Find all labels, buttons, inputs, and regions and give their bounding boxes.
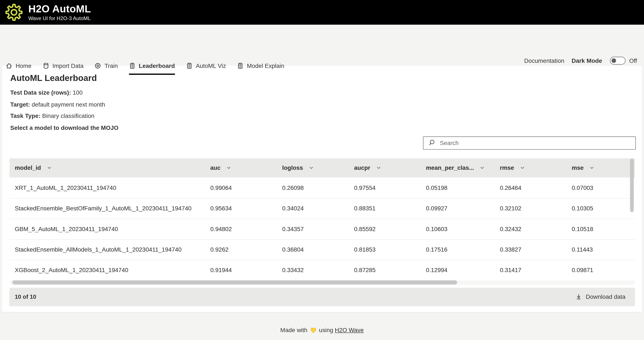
tab-train[interactable]: Train [95, 63, 118, 75]
tab-leaderboard[interactable]: Leaderboard [129, 63, 175, 75]
column-header-auc[interactable]: auc [210, 164, 282, 171]
search-box[interactable] [423, 136, 636, 150]
chevron-down-icon [376, 165, 381, 170]
cell-model_id: StackedEnsemble_AllModels_1_AutoML_1_202… [10, 246, 210, 253]
cell-auc: 0.94802 [210, 226, 282, 232]
table-row[interactable]: XGBoost_2_AutoML_1_20230411_1947400.9194… [10, 259, 635, 280]
column-header-logloss[interactable]: logloss [282, 164, 354, 171]
cell-mse: 0.10518 [572, 226, 628, 232]
cell-mean_per_clas: 0.10603 [426, 226, 500, 232]
table-horizontal-scrollbar-track[interactable] [10, 280, 635, 285]
cell-logloss: 0.26098 [282, 184, 354, 191]
tab-label: Import Data [52, 63, 84, 69]
cell-aucpr: 0.81853 [354, 246, 426, 253]
cell-model_id: GBM_5_AutoML_1_20230411_194740 [10, 226, 210, 232]
h2o-wave-link[interactable]: H2O Wave [335, 326, 364, 333]
tab-label: Leaderboard [139, 63, 175, 69]
cell-mse: 0.09871 [572, 267, 628, 273]
cell-logloss: 0.33432 [282, 267, 354, 273]
cell-model_id: StackedEnsemble_BestOfFamily_1_AutoML_1_… [10, 205, 210, 212]
dark-mode-state: Off [629, 58, 637, 64]
table-row[interactable]: XRT_1_AutoML_1_20230411_1947400.990640.2… [10, 177, 635, 198]
toggle-knob-icon [612, 58, 616, 63]
tab-label: Model Explain [247, 63, 284, 69]
tab-home[interactable]: Home [6, 63, 32, 75]
clipboard-icon [237, 63, 244, 69]
cell-rmse: 0.26464 [500, 184, 572, 191]
nav-tabs: HomeImport DataTrainLeaderboardAutoML Vi… [6, 63, 284, 75]
cell-auc: 0.9262 [210, 246, 282, 253]
cell-auc: 0.95634 [210, 205, 282, 212]
leaderboard-card: AutoML Leaderboard Test Data size (rows)… [2, 66, 642, 312]
documentation-link[interactable]: Documentation [524, 58, 564, 64]
table-horizontal-scrollbar-thumb[interactable] [12, 280, 457, 284]
tab-label: AutoML Viz [196, 63, 226, 69]
cell-model_id: XGBoost_2_AutoML_1_20230411_194740 [10, 267, 210, 273]
cell-mse: 0.10305 [572, 205, 628, 212]
column-header-mean_per_clas[interactable]: mean_per_clas... [426, 164, 500, 171]
dark-mode-toggle[interactable] [610, 57, 626, 65]
yellow-heart-icon [310, 327, 316, 333]
target-icon [95, 63, 101, 69]
clipboard-icon [129, 63, 136, 69]
info-test-data-size: Test Data size (rows): 100 [10, 90, 636, 96]
cell-rmse: 0.33827 [500, 246, 572, 253]
download-data-button[interactable]: Download data [576, 293, 626, 300]
footer-text-using: using [319, 326, 333, 333]
cell-mean_per_clas: 0.05198 [426, 184, 500, 191]
chevron-down-icon [309, 165, 314, 170]
cell-mse: 0.11443 [572, 246, 628, 253]
search-row [8, 136, 636, 150]
cell-auc: 0.91944 [210, 267, 282, 273]
chevron-down-icon [480, 165, 484, 170]
column-header-aucpr[interactable]: aucpr [354, 164, 426, 171]
chevron-down-icon [226, 165, 231, 170]
column-label: logloss [282, 164, 303, 171]
table-vertical-scrollbar[interactable] [630, 158, 634, 212]
cell-logloss: 0.34024 [282, 205, 354, 212]
tab-label: Train [104, 63, 118, 69]
tab-import-data[interactable]: Import Data [43, 63, 84, 75]
table-body: XRT_1_AutoML_1_20230411_1947400.990640.2… [10, 177, 635, 280]
home-icon [6, 63, 12, 69]
dark-mode-label: Dark Mode [572, 58, 602, 64]
cell-logloss: 0.34357 [282, 226, 354, 232]
cell-mean_per_clas: 0.09927 [426, 205, 500, 212]
cell-mean_per_clas: 0.12994 [426, 267, 500, 273]
cell-logloss: 0.36804 [282, 246, 354, 253]
column-label: mse [572, 164, 584, 171]
tab-model-explain[interactable]: Model Explain [237, 63, 284, 75]
column-header-model_id[interactable]: model_id [10, 164, 210, 171]
search-input[interactable] [439, 139, 636, 147]
tab-automl-viz[interactable]: AutoML Viz [186, 63, 226, 75]
nav-bar: HomeImport DataTrainLeaderboardAutoML Vi… [0, 25, 644, 66]
leaderboard-table: model_idaucloglossaucprmean_per_clas...r… [10, 158, 635, 306]
cell-auc: 0.99064 [210, 184, 282, 191]
cell-rmse: 0.32432 [500, 226, 572, 232]
table-header-row: model_idaucloglossaucprmean_per_clas...r… [10, 158, 635, 177]
chevron-down-icon [47, 165, 52, 170]
page-footer: Made with using H2O Wave [0, 326, 644, 333]
cell-rmse: 0.31417 [500, 267, 572, 273]
column-header-rmse[interactable]: rmse [500, 164, 572, 171]
column-label: mean_per_clas... [426, 164, 474, 171]
nav-right-controls: Documentation Dark Mode Off [524, 57, 637, 65]
table-row[interactable]: GBM_5_AutoML_1_20230411_1947400.948020.3… [10, 218, 635, 239]
app-root: H2O AutoML Wave UI for H2O-3 AutoML Home… [0, 0, 644, 340]
cell-aucpr: 0.85592 [354, 226, 426, 232]
cell-rmse: 0.32102 [500, 205, 572, 212]
cell-model_id: XRT_1_AutoML_1_20230411_194740 [10, 184, 210, 191]
download-label: Download data [586, 293, 626, 300]
column-header-mse[interactable]: mse [572, 164, 628, 171]
app-title: H2O AutoML [28, 4, 91, 14]
table-footer: 10 of 10 Download data [10, 287, 635, 306]
table-row[interactable]: StackedEnsemble_AllModels_1_AutoML_1_202… [10, 239, 635, 259]
app-subtitle: Wave UI for H2O-3 AutoML [28, 16, 91, 21]
tab-label: Home [16, 63, 31, 69]
search-icon [428, 139, 436, 146]
chevron-down-icon [589, 165, 594, 170]
info-target: Target: default payment next month [10, 101, 636, 107]
footer-text-made-with: Made with [280, 326, 307, 333]
database-icon [43, 63, 49, 69]
table-row[interactable]: StackedEnsemble_BestOfFamily_1_AutoML_1_… [10, 198, 635, 218]
